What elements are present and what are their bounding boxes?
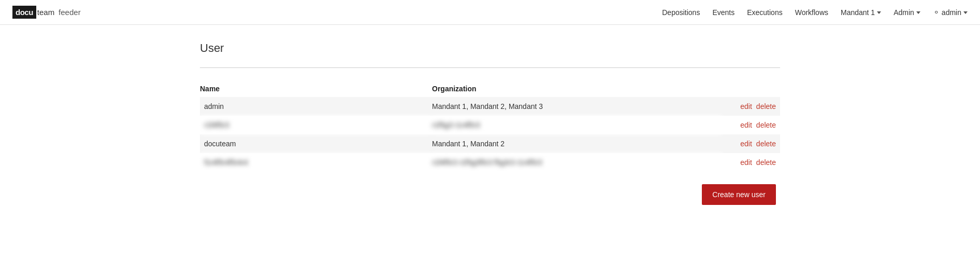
table-row: docuteamMandant 1, Mandant 2editdelete	[200, 134, 780, 153]
table-body: adminMandant 1, Mandant 2, Mandant 3edit…	[200, 97, 780, 172]
delete-button[interactable]: delete	[756, 140, 776, 148]
cell-actions: editdelete	[722, 116, 780, 134]
cell-actions: editdelete	[722, 97, 780, 116]
main-content: User Name Organization adminMandant 1, M…	[179, 25, 801, 222]
user-table: Name Organization adminMandant 1, Mandan…	[200, 80, 780, 172]
col-name-header: Name	[200, 80, 432, 97]
table-row: adminMandant 1, Mandant 2, Mandant 3edit…	[200, 97, 780, 116]
delete-button[interactable]: delete	[756, 158, 776, 167]
cell-name: admin	[200, 97, 432, 116]
nav-admin[interactable]: Admin	[893, 8, 920, 17]
edit-button[interactable]: edit	[740, 158, 752, 167]
cell-organization: Mandant 1, Mandant 2	[432, 134, 722, 153]
cell-name: docuteam	[200, 134, 432, 153]
table-row: f1r4f5r4f5r4r4r1f4f5r3 r1f5g3f5r3 f5g3r3…	[200, 153, 780, 172]
col-actions-header	[722, 80, 780, 97]
brand-docu: docu	[12, 6, 36, 19]
cell-organization: Mandant 1, Mandant 2, Mandant 3	[432, 97, 722, 116]
cell-organization: r1f4f5r3 r1f5g3f5r3 f5g3r3 r1r4f5r3	[432, 153, 722, 172]
edit-button[interactable]: edit	[740, 140, 752, 148]
cell-organization: r1f5g3 r1r4f5r3	[432, 116, 722, 134]
navbar-nav: Depositions Events Executions Workflows …	[662, 7, 968, 17]
delete-button[interactable]: delete	[756, 102, 776, 111]
nav-executions[interactable]: Executions	[747, 8, 782, 17]
brand-logo: docuteam feeder	[12, 6, 81, 19]
cell-actions: editdelete	[722, 153, 780, 172]
delete-button[interactable]: delete	[756, 121, 776, 129]
nav-user-menu[interactable]: ⚬ admin	[933, 7, 968, 17]
chevron-down-icon	[877, 11, 881, 14]
chevron-down-icon	[963, 11, 968, 14]
nav-workflows[interactable]: Workflows	[795, 8, 828, 17]
user-icon: ⚬	[933, 7, 940, 17]
table-footer: Create new user	[200, 184, 780, 205]
divider	[200, 67, 780, 68]
nav-events[interactable]: Events	[712, 8, 734, 17]
table-header: Name Organization	[200, 80, 780, 97]
cell-actions: editdelete	[722, 134, 780, 153]
cell-name: f1r4f5r4f5r4r4	[200, 153, 432, 172]
nav-depositions[interactable]: Depositions	[662, 8, 700, 17]
nav-mandant[interactable]: Mandant 1	[841, 8, 881, 17]
create-new-user-button[interactable]: Create new user	[702, 184, 776, 205]
cell-name: r1f4f5r3	[200, 116, 432, 134]
table-row: r1f4f5r3r1f5g3 r1r4f5r3editdelete	[200, 116, 780, 134]
edit-button[interactable]: edit	[740, 121, 752, 129]
col-organization-header: Organization	[432, 80, 722, 97]
brand-team: team	[36, 8, 54, 17]
brand-feeder: feeder	[56, 8, 81, 17]
navbar: docuteam feeder Depositions Events Execu…	[0, 0, 980, 25]
chevron-down-icon	[916, 11, 920, 14]
edit-button[interactable]: edit	[740, 102, 752, 111]
page-title: User	[200, 42, 780, 55]
